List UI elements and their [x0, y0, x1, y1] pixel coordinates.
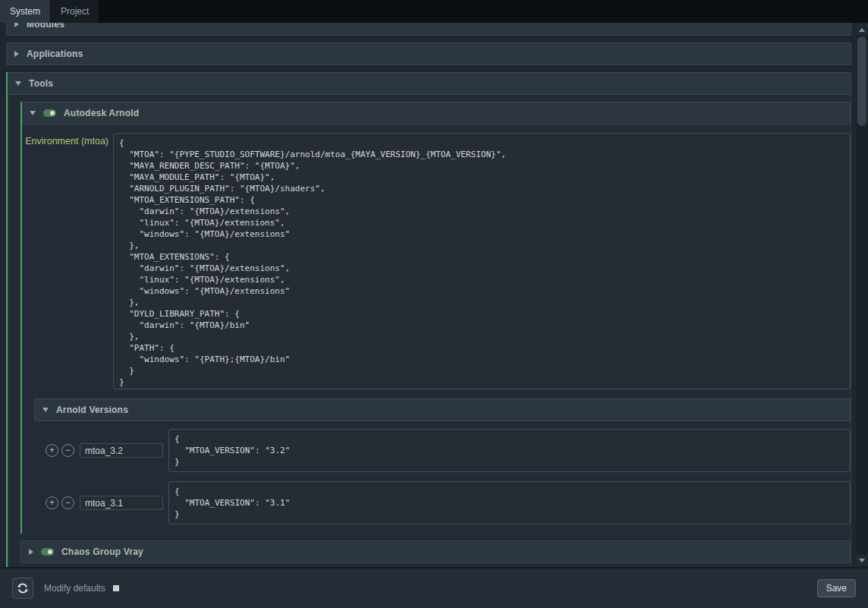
scroll-up-button[interactable] [857, 24, 867, 35]
add-item-button[interactable]: + [46, 496, 58, 509]
settings-content: Modules Applications Tools [0, 23, 868, 567]
caret-down-icon [42, 408, 49, 412]
section-applications: Applications [6, 43, 851, 65]
scroll-down-button[interactable] [857, 555, 867, 565]
section-title-chaos-group-vray: Chaos Group Vray [61, 547, 143, 557]
version-row: + − { "MTOA_VERSION": "3.1" } [34, 481, 851, 525]
environment-label: Environment (mtoa) [11, 133, 113, 146]
arrow-down-icon [859, 559, 865, 562]
scrollbar-thumb[interactable] [857, 36, 866, 126]
section-title-autodesk-arnold: Autodesk Arnold [64, 108, 139, 118]
section-title-arnold-versions: Arnold Versions [56, 405, 128, 415]
add-item-button[interactable]: + [46, 444, 58, 457]
caret-down-icon [30, 111, 36, 115]
tabbar: System Project [0, 0, 868, 23]
version-json-textarea[interactable]: { "MTOA_VERSION": "3.1" } [168, 481, 851, 525]
version-json-textarea[interactable]: { "MTOA_VERSION": "3.2" } [168, 429, 851, 472]
version-row: + − { "MTOA_VERSION": "3.2" } [34, 429, 851, 472]
section-autodesk-arnold: Autodesk Arnold Environment (mtoa) { "MT… [20, 102, 851, 534]
vertical-scrollbar[interactable] [857, 24, 867, 565]
remove-item-button[interactable]: − [61, 444, 74, 457]
footer-bar: Modify defaults Save [0, 567, 868, 608]
section-header-autodesk-arnold[interactable]: Autodesk Arnold [22, 102, 851, 124]
tab-system[interactable]: System [0, 0, 51, 23]
version-key-input[interactable] [80, 496, 163, 510]
enabled-toggle-icon[interactable] [43, 109, 56, 117]
settings-window: System Project Modules Applications [0, 0, 868, 608]
section-title-tools: Tools [29, 78, 53, 89]
section-modules: Modules [6, 23, 851, 36]
section-header-arnold-versions[interactable]: Arnold Versions [34, 399, 851, 421]
environment-json-textarea[interactable]: { "MTOA": "{PYPE_STUDIO_SOFTWARE}/arnold… [113, 133, 851, 389]
scrollbar-track[interactable] [857, 35, 867, 555]
caret-down-icon [15, 81, 21, 86]
tab-project-label: Project [61, 6, 89, 17]
section-header-applications[interactable]: Applications [6, 43, 851, 65]
version-key-input[interactable] [80, 443, 163, 458]
section-header-modules[interactable]: Modules [6, 23, 851, 36]
caret-right-icon [14, 23, 19, 27]
section-tools: Tools Autodesk Arnold Environ [6, 72, 851, 567]
section-header-chaos-group-vray[interactable]: Chaos Group Vray [20, 540, 851, 563]
arrow-up-icon [859, 28, 865, 32]
modify-defaults-label: Modify defaults [44, 583, 105, 594]
tab-system-label: System [10, 6, 40, 17]
enabled-toggle-icon[interactable] [41, 548, 54, 556]
autodesk-arnold-body: Environment (mtoa) { "MTOA": "{PYPE_STUD… [22, 124, 851, 534]
arnold-versions-body: + − { "MTOA_VERSION": "3.2" } + − [34, 421, 851, 525]
section-title-modules: Modules [27, 23, 64, 30]
environment-row: Environment (mtoa) { "MTOA": "{PYPE_STUD… [11, 133, 851, 389]
refresh-button[interactable] [12, 578, 33, 599]
remove-item-button[interactable]: − [61, 496, 74, 509]
caret-right-icon [29, 549, 33, 555]
refresh-icon [17, 582, 29, 594]
section-title-applications: Applications [27, 49, 83, 59]
tools-body: Autodesk Arnold Environment (mtoa) { "MT… [8, 95, 851, 567]
caret-right-icon [14, 51, 19, 57]
section-chaos-group-vray: Chaos Group Vray [20, 540, 851, 563]
settings-scroll-area: Modules Applications Tools [0, 23, 868, 567]
section-header-tools[interactable]: Tools [8, 72, 851, 95]
modify-defaults-indicator[interactable] [113, 585, 119, 591]
tab-project[interactable]: Project [51, 0, 99, 23]
section-arnold-versions: Arnold Versions + − { "MTOA_VERSION": "3… [34, 399, 851, 525]
save-button[interactable]: Save [817, 579, 856, 597]
